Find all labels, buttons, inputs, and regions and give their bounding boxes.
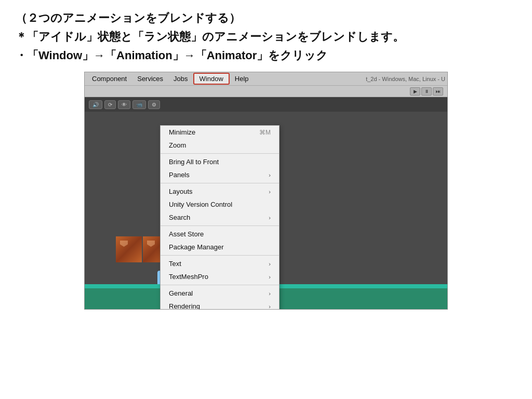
minimize-label: Minimize [169, 128, 195, 136]
page-container: （２つのアニメーションをブレンドする） ＊「アイドル」状態と「ラン状態」のアニメ… [0, 0, 532, 320]
platform-block-1 [116, 236, 142, 262]
scene-tool-4[interactable]: 📹 [132, 100, 146, 109]
layouts-arrow: › [269, 189, 271, 195]
editor-header-row: ▶ ⏸ ⏭ [85, 86, 447, 97]
menu-zoom[interactable]: Zoom [161, 139, 279, 152]
sep-5 [161, 285, 279, 285]
zoom-label: Zoom [169, 141, 186, 149]
editor-menubar: Component Services Jobs Window Help t_2d… [85, 72, 447, 86]
main-dropdown: Minimize ⌘M Zoom Bring All to Front Pane… [160, 125, 280, 309]
menu-minimize[interactable]: Minimize ⌘M [161, 126, 279, 139]
play-controls: ▶ ⏸ ⏭ [410, 87, 443, 96]
textmeshpro-arrow: › [269, 274, 271, 280]
uvc-label: Unity Version Control [169, 201, 232, 208]
package-manager-label: Package Manager [169, 243, 224, 251]
general-arrow: › [269, 290, 271, 297]
text-label: Text [169, 260, 181, 268]
menu-unity-version-control[interactable]: Unity Version Control [161, 198, 279, 211]
menu-rendering[interactable]: Rendering › [161, 300, 279, 309]
rendering-label: Rendering [169, 302, 200, 309]
play-button[interactable]: ▶ [410, 87, 420, 96]
step-button[interactable]: ⏭ [433, 87, 443, 96]
panels-arrow: › [269, 172, 271, 178]
asset-store-label: Asset Store [169, 230, 204, 238]
title-line2: ＊「アイドル」状態と「ラン状態」のアニメーションをブレンドします。 [16, 29, 516, 45]
dropdown-overlay: Minimize ⌘M Zoom Bring All to Front Pane… [160, 125, 373, 309]
screenshot-container: Component Services Jobs Window Help t_2d… [84, 72, 448, 310]
menu-text[interactable]: Text › [161, 257, 279, 270]
menu-bring-all[interactable]: Bring All to Front [161, 155, 279, 168]
rendering-arrow: › [269, 303, 271, 310]
sep-4 [161, 255, 279, 256]
title-line3: ・「Window」→「Animation」→「Animator」をクリック [16, 48, 516, 63]
game-scene: Minimize ⌘M Zoom Bring All to Front Pane… [85, 112, 447, 309]
textmeshpro-label: TextMeshPro [169, 273, 208, 281]
sep-1 [161, 153, 279, 154]
scene-tool-1[interactable]: 🔊 [89, 100, 102, 109]
menu-asset-store[interactable]: Asset Store [161, 228, 279, 241]
menu-window[interactable]: Window [193, 73, 230, 85]
layouts-label: Layouts [169, 188, 193, 195]
general-label: General [169, 289, 193, 297]
search-arrow: › [269, 215, 271, 221]
bring-all-label: Bring All to Front [169, 158, 219, 166]
minimize-shortcut: ⌘M [259, 129, 271, 136]
menu-panels[interactable]: Panels › [161, 168, 279, 181]
menu-textmeshpro[interactable]: TextMeshPro › [161, 270, 279, 283]
title-bar-text: t_2d - Windows, Mac, Linux - U [366, 76, 445, 82]
text-arrow: › [269, 261, 271, 267]
scene-toolbar-row: 🔊 ⟳ 👁 📹 ⚙ [85, 97, 447, 112]
scene-tool-3[interactable]: 👁 [118, 100, 130, 109]
menu-component[interactable]: Component [87, 74, 132, 84]
menu-search[interactable]: Search › [161, 211, 279, 224]
pause-button[interactable]: ⏸ [421, 87, 432, 96]
title-line1: （２つのアニメーションをブレンドする） [16, 10, 516, 26]
scene-tool-5[interactable]: ⚙ [148, 100, 160, 109]
menu-jobs[interactable]: Jobs [168, 74, 193, 84]
sep-3 [161, 225, 279, 226]
search-label: Search [169, 214, 190, 221]
menu-help[interactable]: Help [230, 74, 254, 84]
menu-services[interactable]: Services [132, 74, 168, 84]
menu-general[interactable]: General › [161, 287, 279, 300]
menu-layouts[interactable]: Layouts › [161, 185, 279, 198]
sep-2 [161, 183, 279, 183]
menu-package-manager[interactable]: Package Manager [161, 241, 279, 254]
scene-tool-2[interactable]: ⟳ [104, 100, 116, 109]
panels-label: Panels [169, 171, 190, 179]
